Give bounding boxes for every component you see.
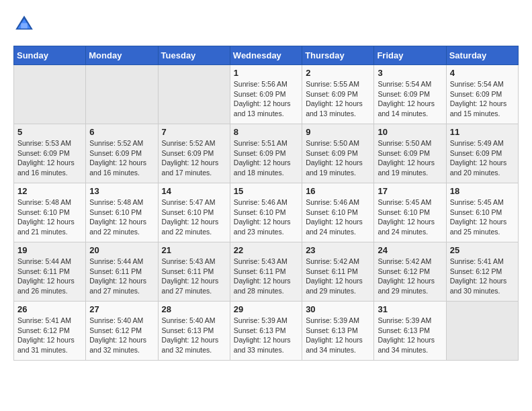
- calendar-cell: 9Sunrise: 5:50 AM Sunset: 6:09 PM Daylig…: [302, 124, 374, 183]
- calendar-cell: 5Sunrise: 5:53 AM Sunset: 6:09 PM Daylig…: [14, 124, 86, 183]
- day-number: 29: [234, 304, 298, 314]
- calendar-week-5: 26Sunrise: 5:41 AM Sunset: 6:12 PM Dayli…: [14, 302, 519, 361]
- day-info: Sunrise: 5:39 AM Sunset: 6:13 PM Dayligh…: [234, 316, 298, 355]
- day-number: 27: [89, 304, 154, 314]
- day-info: Sunrise: 5:42 AM Sunset: 6:12 PM Dayligh…: [378, 257, 442, 296]
- weekday-header-tuesday: Tuesday: [158, 46, 230, 65]
- day-number: 18: [450, 186, 515, 196]
- day-number: 1: [234, 68, 298, 78]
- day-info: Sunrise: 5:50 AM Sunset: 6:09 PM Dayligh…: [306, 138, 370, 178]
- calendar-cell: 28Sunrise: 5:40 AM Sunset: 6:13 PM Dayli…: [158, 302, 230, 361]
- day-info: Sunrise: 5:53 AM Sunset: 6:09 PM Dayligh…: [17, 138, 82, 178]
- calendar-cell: 20Sunrise: 5:44 AM Sunset: 6:11 PM Dayli…: [86, 242, 158, 302]
- calendar-cell: 2Sunrise: 5:55 AM Sunset: 6:09 PM Daylig…: [302, 65, 374, 124]
- day-number: 11: [450, 127, 515, 137]
- day-info: Sunrise: 5:40 AM Sunset: 6:13 PM Dayligh…: [162, 316, 226, 355]
- day-info: Sunrise: 5:56 AM Sunset: 6:09 PM Dayligh…: [234, 79, 298, 119]
- calendar-cell: 27Sunrise: 5:40 AM Sunset: 6:12 PM Dayli…: [86, 302, 158, 361]
- calendar-table: SundayMondayTuesdayWednesdayThursdayFrid…: [13, 46, 519, 361]
- calendar-cell: 14Sunrise: 5:47 AM Sunset: 6:10 PM Dayli…: [158, 183, 230, 242]
- calendar-cell: 15Sunrise: 5:46 AM Sunset: 6:10 PM Dayli…: [230, 183, 302, 242]
- day-info: Sunrise: 5:40 AM Sunset: 6:12 PM Dayligh…: [89, 316, 154, 355]
- calendar-cell: 8Sunrise: 5:51 AM Sunset: 6:09 PM Daylig…: [230, 124, 302, 183]
- calendar-cell: 12Sunrise: 5:48 AM Sunset: 6:10 PM Dayli…: [14, 183, 86, 242]
- calendar-cell: 29Sunrise: 5:39 AM Sunset: 6:13 PM Dayli…: [230, 302, 302, 361]
- day-info: Sunrise: 5:42 AM Sunset: 6:11 PM Dayligh…: [306, 257, 370, 296]
- day-info: Sunrise: 5:48 AM Sunset: 6:10 PM Dayligh…: [17, 197, 82, 237]
- day-info: Sunrise: 5:48 AM Sunset: 6:10 PM Dayligh…: [89, 197, 154, 237]
- calendar-cell: 10Sunrise: 5:50 AM Sunset: 6:09 PM Dayli…: [374, 124, 446, 183]
- calendar-cell: 16Sunrise: 5:46 AM Sunset: 6:10 PM Dayli…: [302, 183, 374, 242]
- day-number: 3: [378, 68, 442, 78]
- day-number: 21: [162, 245, 226, 255]
- weekday-header-sunday: Sunday: [14, 46, 86, 65]
- day-number: 7: [162, 127, 226, 137]
- day-number: 31: [378, 304, 442, 314]
- day-info: Sunrise: 5:54 AM Sunset: 6:09 PM Dayligh…: [450, 79, 515, 119]
- calendar-cell: [14, 65, 86, 124]
- day-number: 19: [17, 245, 82, 255]
- calendar-cell: 30Sunrise: 5:39 AM Sunset: 6:13 PM Dayli…: [302, 302, 374, 361]
- calendar-cell: 23Sunrise: 5:42 AM Sunset: 6:11 PM Dayli…: [302, 242, 374, 302]
- calendar-body: 1Sunrise: 5:56 AM Sunset: 6:09 PM Daylig…: [14, 65, 519, 361]
- day-number: 28: [162, 304, 226, 314]
- day-number: 8: [234, 127, 298, 137]
- day-number: 20: [89, 245, 154, 255]
- logo-icon: [13, 13, 35, 35]
- day-info: Sunrise: 5:44 AM Sunset: 6:11 PM Dayligh…: [89, 257, 154, 296]
- weekday-header-wednesday: Wednesday: [230, 46, 302, 65]
- svg-rect-2: [21, 23, 28, 28]
- calendar-cell: [158, 65, 230, 124]
- calendar-cell: 26Sunrise: 5:41 AM Sunset: 6:12 PM Dayli…: [14, 302, 86, 361]
- day-number: 23: [306, 245, 370, 255]
- calendar-header: SundayMondayTuesdayWednesdayThursdayFrid…: [14, 46, 519, 65]
- weekday-header-monday: Monday: [86, 46, 158, 65]
- calendar-cell: 22Sunrise: 5:43 AM Sunset: 6:11 PM Dayli…: [230, 242, 302, 302]
- day-info: Sunrise: 5:45 AM Sunset: 6:10 PM Dayligh…: [378, 197, 442, 237]
- day-number: 13: [89, 186, 154, 196]
- day-info: Sunrise: 5:47 AM Sunset: 6:10 PM Dayligh…: [162, 197, 226, 237]
- day-info: Sunrise: 5:41 AM Sunset: 6:12 PM Dayligh…: [17, 316, 82, 355]
- day-number: 5: [17, 127, 82, 137]
- calendar-cell: 3Sunrise: 5:54 AM Sunset: 6:09 PM Daylig…: [374, 65, 446, 124]
- day-number: 10: [378, 127, 442, 137]
- calendar-cell: 13Sunrise: 5:48 AM Sunset: 6:10 PM Dayli…: [86, 183, 158, 242]
- day-info: Sunrise: 5:43 AM Sunset: 6:11 PM Dayligh…: [162, 257, 226, 296]
- day-info: Sunrise: 5:45 AM Sunset: 6:10 PM Dayligh…: [450, 197, 515, 237]
- weekday-header-thursday: Thursday: [302, 46, 374, 65]
- day-info: Sunrise: 5:39 AM Sunset: 6:13 PM Dayligh…: [378, 316, 442, 355]
- day-number: 30: [306, 304, 370, 314]
- logo: [13, 13, 38, 35]
- day-number: 22: [234, 245, 298, 255]
- calendar-cell: 19Sunrise: 5:44 AM Sunset: 6:11 PM Dayli…: [14, 242, 86, 302]
- day-info: Sunrise: 5:46 AM Sunset: 6:10 PM Dayligh…: [306, 197, 370, 237]
- day-number: 12: [17, 186, 82, 196]
- day-number: 17: [378, 186, 442, 196]
- weekday-header-friday: Friday: [374, 46, 446, 65]
- day-number: 6: [89, 127, 154, 137]
- calendar-cell: 18Sunrise: 5:45 AM Sunset: 6:10 PM Dayli…: [446, 183, 518, 242]
- calendar-cell: 21Sunrise: 5:43 AM Sunset: 6:11 PM Dayli…: [158, 242, 230, 302]
- calendar-cell: 24Sunrise: 5:42 AM Sunset: 6:12 PM Dayli…: [374, 242, 446, 302]
- weekday-header-saturday: Saturday: [446, 46, 518, 65]
- day-info: Sunrise: 5:41 AM Sunset: 6:12 PM Dayligh…: [450, 257, 515, 296]
- calendar-week-1: 1Sunrise: 5:56 AM Sunset: 6:09 PM Daylig…: [14, 65, 519, 124]
- day-info: Sunrise: 5:54 AM Sunset: 6:09 PM Dayligh…: [378, 79, 442, 119]
- calendar-cell: 4Sunrise: 5:54 AM Sunset: 6:09 PM Daylig…: [446, 65, 518, 124]
- calendar-cell: 31Sunrise: 5:39 AM Sunset: 6:13 PM Dayli…: [374, 302, 446, 361]
- day-info: Sunrise: 5:51 AM Sunset: 6:09 PM Dayligh…: [234, 138, 298, 178]
- day-number: 14: [162, 186, 226, 196]
- day-info: Sunrise: 5:49 AM Sunset: 6:09 PM Dayligh…: [450, 138, 515, 178]
- day-number: 25: [450, 245, 515, 255]
- calendar-cell: 6Sunrise: 5:52 AM Sunset: 6:09 PM Daylig…: [86, 124, 158, 183]
- day-number: 2: [306, 68, 370, 78]
- day-number: 26: [17, 304, 82, 314]
- calendar-cell: 7Sunrise: 5:52 AM Sunset: 6:09 PM Daylig…: [158, 124, 230, 183]
- day-info: Sunrise: 5:46 AM Sunset: 6:10 PM Dayligh…: [234, 197, 298, 237]
- calendar-cell: 17Sunrise: 5:45 AM Sunset: 6:10 PM Dayli…: [374, 183, 446, 242]
- day-info: Sunrise: 5:43 AM Sunset: 6:11 PM Dayligh…: [234, 257, 298, 296]
- day-number: 15: [234, 186, 298, 196]
- day-info: Sunrise: 5:52 AM Sunset: 6:09 PM Dayligh…: [89, 138, 154, 178]
- calendar-week-2: 5Sunrise: 5:53 AM Sunset: 6:09 PM Daylig…: [14, 124, 519, 183]
- day-info: Sunrise: 5:55 AM Sunset: 6:09 PM Dayligh…: [306, 79, 370, 119]
